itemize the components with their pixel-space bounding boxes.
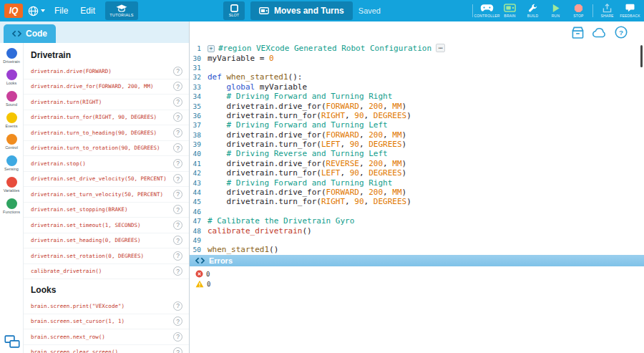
code-line[interactable]: 36 drivetrain.turn_for(RIGHT, 90, DEGREE… <box>190 111 644 120</box>
command-item[interactable]: drivetrain.turn_to_heading(90, DEGREES)? <box>24 125 189 141</box>
command-item[interactable]: drivetrain.set_timeout(1, SECONDS)? <box>24 218 189 233</box>
command-item[interactable]: drivetrain.set_stopping(BRAKE)? <box>24 203 189 218</box>
code-line[interactable]: 45 drivetrain.turn_for(RIGHT, 90, DEGREE… <box>190 197 644 206</box>
code-line[interactable]: 1+#region VEXcode Generated Robot Config… <box>190 44 644 53</box>
toolbox-category-sensing[interactable]: Sensing <box>0 155 23 177</box>
code-token: # Driving Reverse and Turning Left <box>227 149 388 158</box>
command-help-button[interactable]: ? <box>173 128 182 137</box>
toolbox-category-functions[interactable]: Functions <box>0 198 23 220</box>
command-help-button[interactable]: ? <box>173 112 182 122</box>
command-help-button[interactable]: ? <box>173 205 182 214</box>
share-button[interactable]: SHARE <box>596 1 618 21</box>
code-line[interactable]: 50when_started1() <box>190 245 644 254</box>
folded-region-ellipsis[interactable]: ⋯ <box>436 44 445 52</box>
command-item[interactable]: drivetrain.stop()? <box>24 156 189 172</box>
code-line[interactable]: 47# Calibrate the Drivetrain Gyro <box>190 216 644 226</box>
code-line[interactable]: 40 # Driving Reverse and Turning Left <box>190 149 644 158</box>
code-line[interactable]: 43 # Driving Forward and Turning Right <box>190 178 644 187</box>
command-help-button[interactable]: ? <box>173 143 182 153</box>
code-line[interactable]: 37 # Driving Forward and Turning Left <box>190 120 644 130</box>
command-help-button[interactable]: ? <box>173 332 182 342</box>
code-line[interactable]: 41 drivetrain.drive_for(REVERSE, 200, MM… <box>190 159 644 168</box>
code-area[interactable]: 1+#region VEXcode Generated Robot Config… <box>190 43 644 255</box>
code-line[interactable]: 38 drivetrain.drive_for(FORWARD, 200, MM… <box>190 130 644 140</box>
command-item[interactable]: drivetrain.turn(RIGHT)? <box>24 95 189 110</box>
code-line[interactable]: 44 drivetrain.drive_for(FORWARD, 200, MM… <box>190 188 644 197</box>
menu-file[interactable]: File <box>50 3 72 19</box>
errors-panel: Errors 0 0 <box>190 255 644 353</box>
code-token: , <box>359 130 369 140</box>
code-line[interactable]: 31 <box>190 63 644 72</box>
command-help-button[interactable]: ? <box>173 301 182 311</box>
command-item[interactable]: drivetrain.set_turn_velocity(50, PERCENT… <box>24 187 189 203</box>
command-item[interactable]: brain.screen.next_row()? <box>24 329 189 345</box>
menu-edit[interactable]: Edit <box>76 3 99 19</box>
command-help-button[interactable]: ? <box>173 97 182 107</box>
errors-header[interactable]: Errors <box>190 255 644 266</box>
toolbox-category-variables[interactable]: Variables <box>0 177 23 198</box>
code-line[interactable]: 48calibrate_drivetrain() <box>190 226 644 235</box>
command-item[interactable]: drivetrain.drive_for(FORWARD, 200, MM)? <box>24 79 189 95</box>
brain-button[interactable]: BRAIN <box>499 1 521 21</box>
fold-toggle-icon[interactable]: + <box>208 45 215 52</box>
command-item[interactable]: drivetrain.turn_to_rotation(90, DEGREES)… <box>24 141 189 157</box>
toolbox-category-sound[interactable]: Sound <box>0 91 23 112</box>
command-help-button[interactable]: ? <box>173 67 182 76</box>
code-line[interactable]: 32def when_started1(): <box>190 72 644 82</box>
help-button[interactable]: ? <box>614 25 628 39</box>
tab-code[interactable]: Code <box>4 24 56 43</box>
command-item[interactable]: drivetrain.set_drive_velocity(50, PERCEN… <box>24 172 189 188</box>
command-item[interactable]: drivetrain.drive(FORWARD)? <box>24 64 189 79</box>
command-help-button[interactable]: ? <box>173 190 182 199</box>
toggle-panels-button[interactable] <box>4 335 20 350</box>
command-text: drivetrain.drive_for(FORWARD, 200, MM) <box>31 83 154 90</box>
controller-button[interactable]: CONTROLLER <box>476 1 498 21</box>
command-help-button[interactable]: ? <box>173 221 182 230</box>
tutorials-button[interactable]: TUTORIALS <box>105 1 138 20</box>
command-help-button[interactable]: ? <box>173 236 182 245</box>
command-item[interactable]: brain.screen.clear_screen()? <box>24 345 189 353</box>
command-item[interactable]: drivetrain.set_rotation(0, DEGREES)? <box>24 248 189 264</box>
command-item[interactable]: brain.screen.print("VEXcode")? <box>24 299 189 314</box>
cloud-sync-button[interactable] <box>592 26 608 39</box>
command-item[interactable]: drivetrain.set_heading(0, DEGREES)? <box>24 233 189 249</box>
code-line[interactable]: 35 drivetrain.drive_for(FORWARD, 200, MM… <box>190 101 644 110</box>
code-line[interactable]: 42 drivetrain.turn_for(LEFT, 90, DEGREES… <box>190 168 644 178</box>
language-menu-button[interactable] <box>26 4 47 18</box>
command-help-button[interactable]: ? <box>173 266 182 276</box>
project-name-button[interactable]: Moves and Turns <box>250 1 353 20</box>
code-line[interactable]: 30myVariable = 0 <box>190 53 644 62</box>
code-text: global myVariable <box>208 82 307 92</box>
line-number: 40 <box>190 150 208 158</box>
feedback-button[interactable]: FEEDBACK <box>619 1 641 21</box>
code-line[interactable]: 46 <box>190 207 644 216</box>
command-help-button[interactable]: ? <box>173 159 182 168</box>
toolbox-category-events[interactable]: Events <box>0 112 23 134</box>
build-button[interactable]: BUILD <box>522 1 544 21</box>
slot-label: SLOT <box>229 13 239 17</box>
command-item[interactable]: calibrate_drivetrain()? <box>24 264 189 280</box>
toolbox-category-drivetrain[interactable]: Drivetrain <box>0 48 23 69</box>
command-help-button[interactable]: ? <box>173 316 182 326</box>
code-line[interactable]: 34 # Driving Forward and Turning Right <box>190 92 644 101</box>
code-token: DEGREES <box>374 111 406 120</box>
code-token: LEFT <box>321 168 341 178</box>
command-help-button[interactable]: ? <box>173 82 182 91</box>
editor-scrollbar[interactable] <box>640 45 643 67</box>
code-line[interactable]: 33 global myVariable <box>190 82 644 92</box>
command-item[interactable]: drivetrain.turn_for(RIGHT, 90, DEGREES)? <box>24 110 189 126</box>
stop-button[interactable]: STOP <box>567 1 590 21</box>
download-to-brain-button[interactable] <box>570 26 585 39</box>
slot-button[interactable]: SLOT <box>223 1 245 20</box>
command-help-button[interactable]: ? <box>173 251 182 261</box>
code-line[interactable]: 49 <box>190 236 644 245</box>
toolbox-category-looks[interactable]: Looks <box>0 69 23 91</box>
run-button[interactable]: RUN <box>545 1 567 21</box>
code-text: drivetrain.turn_for(LEFT, 90, DEGREES) <box>208 140 406 149</box>
toolbox-category-control[interactable]: Control <box>0 134 23 155</box>
code-tab-strip: Code <box>0 21 189 43</box>
code-line[interactable]: 39 drivetrain.turn_for(LEFT, 90, DEGREES… <box>190 140 644 149</box>
command-help-button[interactable]: ? <box>173 174 182 183</box>
command-item[interactable]: brain.screen.set_cursor(1, 1)? <box>24 314 189 330</box>
command-help-button[interactable]: ? <box>173 347 182 353</box>
